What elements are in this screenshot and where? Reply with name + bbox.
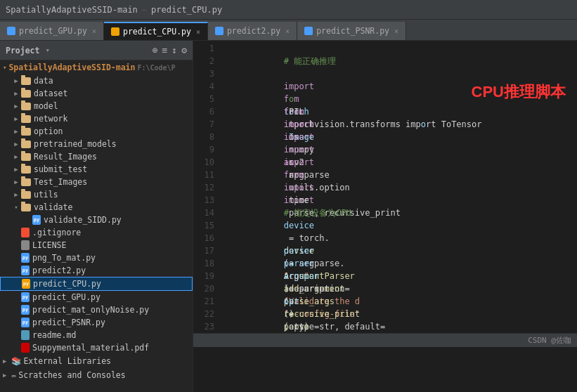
- sidebar-item-model[interactable]: ▶ model: [0, 100, 193, 112]
- label-predict-mat: predict_mat_onlyNoise.py: [32, 305, 149, 315]
- tab-icon-predict-cpu: [111, 27, 119, 36]
- tab-close-predict-psnr[interactable]: ×: [394, 27, 398, 35]
- sidebar-tree: ▶ data ▶ dataset ▶ model ▶ network: [0, 74, 193, 354]
- tab-label-predict-psnr: predict_PSNR.py: [316, 26, 389, 36]
- title-separator: –: [142, 5, 147, 15]
- sidebar-item-predict2[interactable]: py predict2.py: [0, 264, 193, 277]
- sidebar-item-validate[interactable]: ▾ validate: [0, 201, 193, 214]
- sidebar-item-pretrained[interactable]: ▶ pretrained_models: [0, 138, 193, 150]
- scratches-consoles[interactable]: ▶ ✏️ Scratches and Consoles: [0, 368, 193, 382]
- folder-icon-test: [21, 178, 31, 186]
- file-icon-validate-sidd: py: [32, 215, 41, 225]
- label-submit: submit_test: [34, 164, 87, 174]
- code-line-3: import torch: [223, 67, 577, 80]
- sidebar-item-submit[interactable]: ▶ submit_test: [0, 163, 193, 176]
- arrow-validate: ▾: [11, 204, 21, 211]
- label-option: option: [34, 126, 63, 136]
- scratches-icon: ✏️: [11, 370, 16, 380]
- tab-bar: predict_GPU.py × predict_CPU.py × predic…: [0, 20, 577, 41]
- label-model: model: [34, 101, 58, 111]
- sidebar-icon-expand[interactable]: ↕: [171, 45, 177, 55]
- tab-predict-gpu[interactable]: predict_GPU.py ×: [0, 22, 104, 40]
- line-numbers: 1 2 3 4 5 6 7 8 9 10 11 12 13 14 15 16 1: [193, 41, 219, 333]
- annotation-overlay: CPU推理脚本: [472, 81, 566, 103]
- file-icon-predict-mat: py: [21, 305, 30, 315]
- code-editor-wrapper: 1 2 3 4 5 6 7 8 9 10 11 12 13 14 15 16 1: [193, 41, 577, 392]
- bottom-credit: CSDN @佐咖: [528, 335, 571, 346]
- label-test: Test_Images: [34, 177, 87, 187]
- sidebar-item-validate-sidd[interactable]: py validate_SIDD.py: [0, 214, 193, 226]
- tab-close-predict2[interactable]: ×: [285, 27, 290, 35]
- tab-predict-psnr[interactable]: predict_PSNR.py ×: [297, 22, 406, 40]
- sidebar-item-network[interactable]: ▶ network: [0, 112, 193, 125]
- tab-close-predict-gpu[interactable]: ×: [92, 27, 96, 35]
- label-network: network: [34, 114, 67, 124]
- label-data: data: [34, 76, 53, 86]
- sidebar-item-predict-gpu[interactable]: py predict_GPU.py: [0, 291, 193, 303]
- main-layout: Project ▾ ⊕ ≡ ↕ ⚙ ▾ SpatiallyAdaptiveSSI…: [0, 41, 577, 392]
- label-predict-cpu: predict_CPU.py: [33, 279, 101, 289]
- folder-icon-validate: [21, 204, 31, 211]
- arrow-pretrained: ▶: [11, 141, 21, 148]
- project-root[interactable]: ▾ SpatiallyAdaptiveSSID-main F:\Code\P: [0, 60, 193, 74]
- tab-icon-predict-gpu: [7, 27, 15, 35]
- folder-icon-pretrained: [21, 141, 31, 148]
- tab-predict2[interactable]: predict2.py ×: [208, 22, 297, 40]
- tab-close-predict-cpu[interactable]: ×: [196, 28, 200, 36]
- sidebar-item-test[interactable]: ▶ Test_Images: [0, 176, 193, 188]
- arrow-submit: ▶: [11, 166, 21, 173]
- folder-icon-result: [21, 153, 31, 161]
- sidebar-item-dataset[interactable]: ▶ dataset: [0, 87, 193, 100]
- bottom-bar: CSDN @佐咖: [193, 333, 577, 347]
- sidebar-item-predict-mat[interactable]: py predict_mat_onlyNoise.py: [0, 303, 193, 316]
- sidebar-item-gitignore[interactable]: .gitignore: [0, 226, 193, 239]
- tab-label-predict2: predict2.py: [227, 26, 280, 36]
- folder-icon-option: [21, 128, 31, 136]
- file-icon-predict-cpu: py: [22, 279, 30, 289]
- file-icon-suppl: [21, 343, 30, 353]
- sidebar-item-suppl[interactable]: Suppymental_material.pdf: [0, 341, 193, 354]
- label-pretrained: pretrained_models: [34, 139, 117, 149]
- sidebar-item-option[interactable]: ▶ option: [0, 125, 193, 138]
- file-icon-predict-psnr: py: [21, 318, 30, 327]
- label-validate-sidd: validate_SIDD.py: [44, 215, 122, 225]
- code-line-1: # 能正确推理: [223, 42, 577, 55]
- arrow-option: ▶: [11, 128, 21, 135]
- file-icon-license: [21, 240, 30, 250]
- sidebar-item-readme[interactable]: readme.md: [0, 329, 193, 341]
- external-libraries[interactable]: ▶ 📚 External Libraries: [0, 354, 193, 368]
- sidebar-item-utils[interactable]: ▶ utils: [0, 188, 193, 201]
- arrow-data: ▶: [11, 77, 21, 84]
- ext-arrow: ▶: [3, 358, 6, 365]
- file-icon-readme: [21, 330, 30, 340]
- sidebar-icon-collapse[interactable]: ≡: [162, 45, 168, 55]
- sidebar-item-data[interactable]: ▶ data: [0, 74, 193, 87]
- arrow-utils: ▶: [11, 191, 21, 198]
- tab-icon-predict2: [215, 27, 223, 35]
- label-license: LICENSE: [32, 240, 66, 250]
- ext-lib-label: External Libraries: [23, 356, 111, 366]
- label-predict-psnr: predict_PSNR.py: [32, 318, 105, 327]
- tab-predict-cpu[interactable]: predict_CPU.py ×: [104, 22, 208, 40]
- folder-icon-network: [21, 115, 31, 123]
- sidebar-item-result[interactable]: ▶ Result_Images: [0, 150, 193, 163]
- label-utils: utils: [34, 190, 58, 200]
- scratches-arrow: ▶: [3, 372, 6, 379]
- sidebar-item-png2mat[interactable]: py png_To_mat.py: [0, 251, 193, 264]
- sidebar-item-predict-cpu[interactable]: py predict_CPU.py: [0, 277, 193, 291]
- sidebar-title: Project: [6, 46, 39, 55]
- sidebar: Project ▾ ⊕ ≡ ↕ ⚙ ▾ SpatiallyAdaptiveSSI…: [0, 41, 193, 392]
- title-bar: SpatiallyAdaptiveSSID-main – predict_CPU…: [0, 0, 577, 20]
- sidebar-item-license[interactable]: LICENSE: [0, 239, 193, 251]
- sidebar-item-predict-psnr[interactable]: py predict_PSNR.py: [0, 316, 193, 329]
- sidebar-icon-settings[interactable]: ⚙: [181, 45, 187, 55]
- arrow-result: ▶: [11, 153, 21, 160]
- arrow-test: ▶: [11, 178, 21, 185]
- arrow-network: ▶: [11, 115, 21, 122]
- label-predict2: predict2.py: [32, 266, 86, 275]
- label-gitignore: .gitignore: [32, 228, 81, 237]
- file-icon-gitignore: [21, 228, 30, 237]
- sidebar-icon-locate[interactable]: ⊕: [153, 45, 158, 55]
- sidebar-dropdown-arrow[interactable]: ▾: [45, 46, 50, 55]
- project-root-label: SpatiallyAdaptiveSSID-main: [8, 63, 135, 72]
